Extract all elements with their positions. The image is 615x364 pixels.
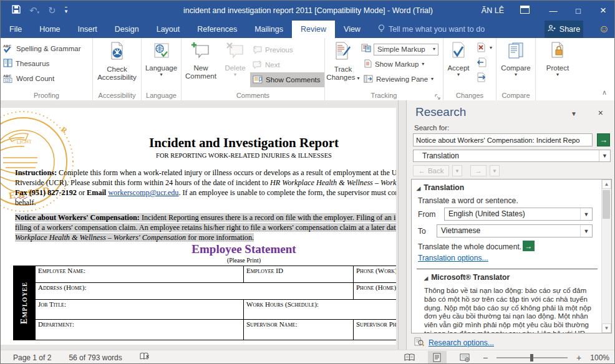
previous-comment-button[interactable]: Previous [250, 42, 324, 57]
read-mode-button[interactable] [400, 351, 419, 364]
group-proofing: ABC Spelling & Grammar Thesaurus ABC123 … [1, 38, 93, 100]
show-markup-button[interactable]: Show Markup ▾ [361, 57, 438, 72]
language-button[interactable]: Language ▾ [142, 38, 181, 85]
markup-state-icon [361, 44, 371, 55]
close-button[interactable]: × [591, 1, 615, 21]
cell-employee-name[interactable]: Employee Name: [35, 266, 244, 283]
ribbon: ABC Spelling & Grammar Thesaurus ABC123 … [1, 38, 615, 101]
search-go-icon: → [599, 135, 608, 145]
ribbon-spacer: ∧ [579, 38, 615, 100]
share-button[interactable]: Share [545, 21, 583, 38]
collapse-ribbon-icon[interactable]: ∧ [602, 89, 607, 97]
cell-supervisor-name[interactable]: Supervisor Name: [243, 319, 354, 340]
cell-phone-home[interactable]: Phone (Home) [353, 282, 396, 300]
word-count-indicator[interactable]: 56 of 793 words [69, 353, 122, 362]
word-count-button[interactable]: ABC123 Word Count [1, 71, 92, 86]
account-name[interactable]: ÃN LÊ [482, 6, 504, 15]
results-scrollbar[interactable]: ▲ ▼ [601, 180, 611, 333]
document-page[interactable]: ERSID R LIGHT Incident and Investigation… [1, 108, 396, 345]
cell-phone-work[interactable]: Phone (Work) [353, 266, 396, 283]
tab-insert[interactable]: Insert [69, 21, 106, 38]
minimize-button[interactable]: — [541, 1, 566, 21]
group-label-comments: Comments [182, 92, 324, 99]
tab-view[interactable]: View [335, 21, 369, 38]
zoom-level[interactable]: 100% [590, 353, 609, 362]
thesaurus-button[interactable]: Thesaurus [1, 56, 92, 71]
translate-document-button[interactable]: → [523, 241, 535, 251]
page-indicator[interactable]: Page 1 of 2 [13, 353, 51, 362]
collapse-translator-icon: ◢ [424, 275, 428, 281]
reviewing-pane-button[interactable]: Reviewing Pane ▾ [361, 72, 438, 87]
spelling-grammar-button[interactable]: ABC Spelling & Grammar [1, 41, 92, 56]
back-button[interactable]: ← Back [413, 165, 449, 176]
start-search-button[interactable]: → [597, 133, 610, 146]
protect-button[interactable]: Protect ▾ [536, 38, 579, 85]
check-accessibility-button[interactable]: Check Accessibility [93, 38, 141, 85]
group-label-proofing: Proofing [1, 92, 92, 99]
research-search-input[interactable] [413, 133, 593, 146]
forward-dropdown-icon[interactable]: ▼ [490, 165, 500, 176]
feedback-smiley-icon[interactable]: ☺ [599, 21, 609, 38]
tab-design[interactable]: Design [106, 21, 148, 38]
new-comment-button[interactable]: New Comment [182, 38, 220, 85]
cell-supervisor-phone[interactable]: Supervisor Ph [353, 319, 396, 340]
zoom-slider[interactable] [496, 351, 568, 364]
group-protect: Protect ▾ [536, 38, 579, 100]
reference-source-dropdown[interactable]: Translation ▼ [413, 150, 611, 162]
web-layout-button[interactable] [455, 351, 474, 364]
cell-employee-id[interactable]: Employee ID [243, 266, 354, 283]
notice-line-1: Notice about Workers' Compensation: Inci… [15, 213, 396, 223]
delete-comment-icon [226, 42, 245, 61]
zoom-out-icon[interactable]: − [483, 353, 488, 363]
maximize-button[interactable]: □ [566, 1, 591, 21]
reject-change-button[interactable]: ▾ [473, 41, 492, 55]
translation-options-link[interactable]: Translation options... [418, 254, 488, 262]
cell-job-title[interactable]: Job Title: [35, 299, 244, 320]
zoom-in-icon[interactable]: + [576, 353, 581, 363]
accept-button[interactable]: Accept ▾ [443, 38, 473, 85]
to-language-dropdown[interactable]: Vietnamese ▼ [437, 224, 593, 237]
tab-layout[interactable]: Layout [148, 21, 189, 38]
cell-department[interactable]: Department: [35, 319, 244, 340]
show-comments-button[interactable]: Show Comments [250, 72, 324, 87]
svg-text:ABC: ABC [3, 44, 12, 48]
scrollbar-thumb[interactable] [603, 190, 610, 219]
tab-references[interactable]: References [188, 21, 246, 38]
next-comment-button[interactable]: Next [250, 57, 324, 72]
tab-mailings[interactable]: Mailings [246, 21, 292, 38]
from-language-dropdown[interactable]: English (United States) ▼ [444, 208, 593, 221]
translator-section-header[interactable]: ◢Microsoft® Translator [424, 273, 510, 282]
zoom-slider-thumb[interactable] [530, 354, 533, 362]
tab-home[interactable]: Home [31, 21, 69, 38]
translation-section-header[interactable]: ◢Translation [417, 183, 464, 192]
back-dropdown-icon[interactable]: ▼ [452, 165, 462, 176]
simple-markup-dropdown[interactable]: Simple Markup ▾ [374, 44, 438, 55]
tab-file[interactable]: File [1, 21, 31, 38]
group-changes: Accept ▾ ▾ Changes [443, 38, 496, 100]
track-changes-button[interactable]: Track Changes ▾ [325, 38, 361, 85]
instructions-line-1: Instructions: Complete this form when a … [15, 168, 396, 178]
print-layout-button[interactable] [428, 351, 447, 364]
tell-me-box[interactable]: Tell me what you want to do [369, 21, 485, 38]
research-options-link[interactable]: Research options... [429, 338, 494, 347]
tab-review[interactable]: Review [292, 21, 335, 38]
tracking-dialog-launcher-icon[interactable] [435, 92, 441, 98]
research-pane: Research ▼ × Search for: → Translation ▼… [406, 100, 615, 350]
document-scroll-strip[interactable] [398, 100, 399, 350]
forward-button[interactable]: → [470, 165, 487, 176]
ribbon-display-options-icon[interactable] [520, 5, 530, 16]
previous-change-button[interactable] [473, 55, 492, 70]
workerscomp-email-link[interactable]: workerscomp@ucr.edu [108, 188, 178, 197]
delete-comment-button[interactable]: Delete ▾ [220, 38, 250, 85]
compare-button[interactable]: Compare ▾ [496, 38, 535, 85]
pane-options-icon[interactable]: ▼ [571, 110, 577, 117]
scrollbar-down-icon[interactable]: ▼ [602, 323, 611, 333]
back-icon: ← [418, 167, 425, 175]
scrollbar-up-icon[interactable]: ▲ [602, 180, 611, 189]
cell-work-hours[interactable]: Work Hours (Schedule): [243, 299, 396, 320]
to-label: To [418, 227, 426, 236]
cell-address-home[interactable]: Address (Home): [35, 282, 354, 300]
proofing-status-icon[interactable] [140, 352, 150, 363]
next-change-button[interactable] [473, 70, 492, 85]
pane-close-icon[interactable]: × [598, 108, 603, 118]
